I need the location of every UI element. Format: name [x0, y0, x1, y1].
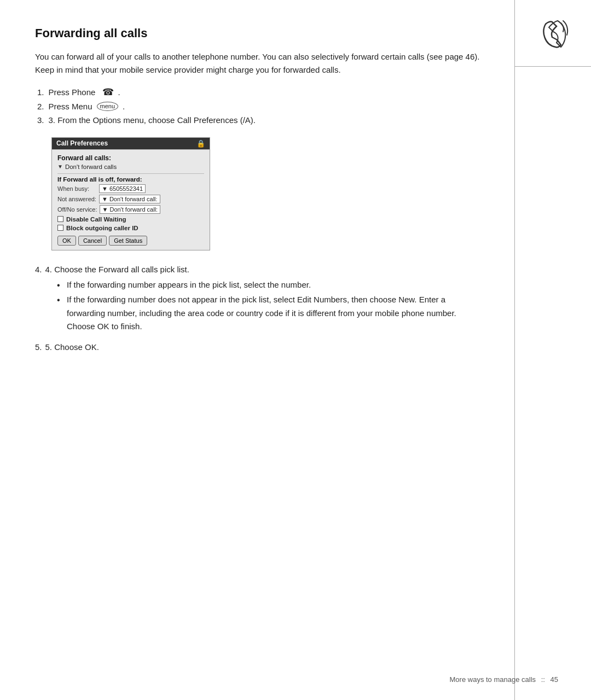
step-5-block: 5. 5. Choose OK.	[35, 340, 482, 354]
disable-call-waiting-checkbox[interactable]	[57, 216, 63, 222]
forward-all-calls-label: Forward all calls:	[57, 154, 204, 162]
step-1: 1. Press Phone ☎ .	[35, 85, 482, 100]
step-2-period: .	[123, 100, 125, 114]
step-4-text: 4. Choose the Forward all calls pick lis…	[45, 262, 189, 277]
sidebar-phone-icon	[537, 16, 570, 56]
step-1-period: .	[118, 85, 120, 100]
dialog-title: Call Preferences	[56, 139, 108, 147]
get-status-button[interactable]: Get Status	[109, 236, 147, 246]
menu-icon: menu	[97, 102, 119, 111]
footer-separator: ::	[541, 675, 545, 684]
block-caller-id-label: Block outgoing caller ID	[66, 225, 138, 231]
step-2: 2. Press Menu menu .	[35, 100, 482, 114]
disable-call-waiting-row: Disable Call Waiting	[57, 216, 204, 223]
not-answered-label: Not answered:	[57, 196, 97, 202]
page-title: Forwarding all calls	[35, 26, 482, 40]
disable-call-waiting-label: Disable Call Waiting	[66, 216, 126, 223]
dialog-buttons: OK Cancel Get Status	[57, 236, 204, 246]
dont-forward-row: ▼ Don't forward calls	[57, 164, 204, 170]
when-busy-row: When busy: ▼ 6505552341	[57, 184, 204, 193]
dialog-body: Forward all calls: ▼ Don't forward calls…	[52, 149, 210, 250]
block-caller-id-checkbox[interactable]	[57, 225, 63, 231]
busy-arrow: ▼	[102, 185, 108, 192]
main-content: Forwarding all calls You can forward all…	[0, 0, 514, 700]
step-1-text: Press Phone	[49, 85, 98, 100]
dont-forward-text: Don't forward calls	[65, 164, 117, 170]
lock-icon: 🔒	[196, 139, 205, 148]
if-forward-off-label: If Forward all is off, forward:	[57, 173, 204, 183]
off-service-label: Off/No service:	[57, 206, 97, 213]
step-3-text: 3. From the Options menu, choose Call Pr…	[49, 113, 256, 127]
not-answered-arrow: ▼	[102, 196, 108, 202]
off-service-arrow: ▼	[102, 206, 108, 213]
page-number: 45	[551, 675, 558, 684]
block-caller-id-row: Block outgoing caller ID	[57, 225, 204, 231]
not-answered-value: Don't forward call:	[109, 196, 158, 202]
step-3: 3. 3. From the Options menu, choose Call…	[35, 113, 482, 127]
footer-text: More ways to manage calls	[450, 675, 536, 684]
page-layout: Forwarding all calls You can forward all…	[0, 0, 591, 700]
step-4-bullet-1: If the forwarding number appears in the …	[57, 278, 482, 292]
busy-label: When busy:	[57, 185, 97, 192]
phone-icon: ☎	[102, 88, 114, 97]
step-5-main: 5. 5. Choose OK.	[35, 340, 482, 354]
busy-value: 6505552341	[109, 185, 143, 192]
intro-paragraph: You can forward all of your calls to ano…	[35, 50, 482, 77]
sidebar-divider	[515, 66, 591, 67]
cancel-button[interactable]: Cancel	[78, 236, 107, 246]
step-4-block: 4. 4. Choose the Forward all calls pick …	[35, 262, 482, 334]
off-service-row: Off/No service: ▼ Don't forward call:	[57, 205, 204, 214]
off-service-value: Don't forward call:	[109, 206, 158, 213]
step-5-number: 5.	[35, 340, 42, 354]
step-4-bullets: If the forwarding number appears in the …	[57, 278, 482, 334]
right-sidebar	[514, 0, 591, 700]
step-5-text: 5. Choose OK.	[45, 340, 99, 354]
step-4-main: 4. 4. Choose the Forward all calls pick …	[35, 262, 482, 277]
dialog-title-bar: Call Preferences 🔒	[52, 138, 210, 149]
busy-input[interactable]: ▼ 6505552341	[99, 184, 146, 193]
call-preferences-dialog: Call Preferences 🔒 Forward all calls: ▼ …	[51, 137, 210, 250]
not-answered-row: Not answered: ▼ Don't forward call:	[57, 195, 204, 203]
step-2-text: Press Menu	[49, 100, 92, 114]
step-4-number: 4.	[35, 262, 42, 277]
not-answered-select[interactable]: ▼ Don't forward call:	[99, 195, 160, 203]
ok-button[interactable]: OK	[57, 236, 76, 246]
calls-icon-svg	[537, 16, 570, 52]
step-4-bullet-2: If the forwarding number does not appear…	[57, 293, 482, 334]
page-footer: More ways to manage calls :: 45	[450, 675, 558, 684]
off-service-select[interactable]: ▼ Don't forward call:	[100, 205, 161, 214]
steps-list-123: 1. Press Phone ☎ . 2. Press Menu menu . …	[35, 85, 482, 127]
arrow-icon: ▼	[57, 164, 63, 170]
